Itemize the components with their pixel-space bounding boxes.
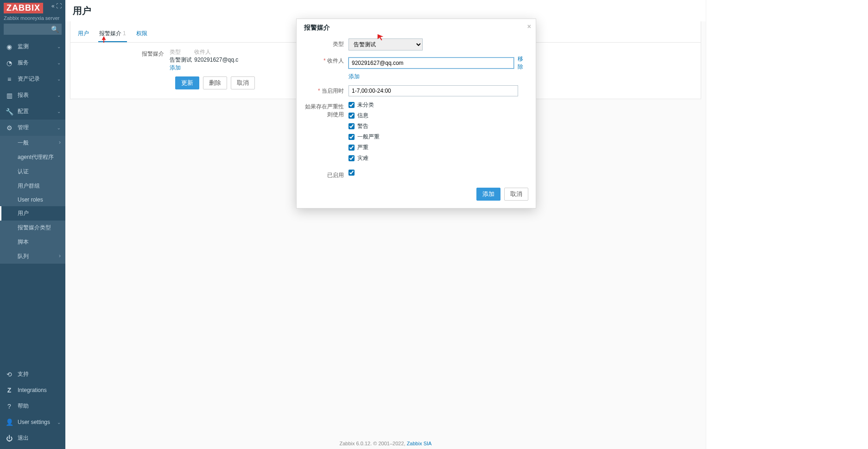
remove-recipient-link[interactable]: 移除 — [518, 55, 528, 71]
check-not-classified[interactable]: 未分类 — [348, 101, 528, 109]
footer-text: Zabbix 6.0.12. © 2001–2022, — [340, 441, 407, 446]
close-icon[interactable]: × — [527, 23, 531, 30]
nav-label: Integrations — [18, 387, 47, 393]
nav-label: 配置 — [18, 108, 29, 115]
modal-cancel-button[interactable]: 取消 — [504, 188, 528, 201]
chevron-down-icon: ⌄ — [57, 60, 61, 65]
col-recipient: 收件人 — [194, 48, 241, 56]
help-icon: ? — [5, 403, 14, 410]
checkbox[interactable] — [348, 123, 355, 129]
nav-admin[interactable]: ⚙管理⌃ — [0, 120, 65, 136]
nav-support[interactable]: ⟲支持 — [0, 366, 65, 382]
chevron-up-icon: ⌃ — [57, 125, 61, 130]
nav-user-settings[interactable]: 👤User settings⌄ — [0, 414, 65, 430]
cancel-button[interactable]: 取消 — [231, 76, 255, 89]
media-modal: 报警媒介 × 类型 告警测试 收件人 — [296, 19, 536, 209]
add-recipient-link[interactable]: 添加 — [348, 73, 360, 80]
sidebar-collapse-icons[interactable]: « ⛶ — [51, 3, 62, 9]
modal-header: 报警媒介 × — [297, 19, 536, 37]
user-icon: 👤 — [5, 418, 14, 426]
check-label: 灾难 — [357, 154, 368, 162]
nav-label: 服务 — [18, 59, 29, 67]
wrench-icon: 🔧 — [5, 108, 14, 115]
nav-config[interactable]: 🔧配置⌄ — [0, 103, 65, 120]
modal-add-button[interactable]: 添加 — [476, 188, 501, 201]
nav-integrations[interactable]: ZIntegrations — [0, 382, 65, 398]
support-icon: ⟲ — [5, 371, 14, 378]
media-row: 告警测试 920291627@qq.c — [170, 56, 241, 64]
check-warning[interactable]: 警告 — [348, 122, 528, 130]
media-recipient-value: 920291627@qq.c — [194, 57, 241, 63]
enabled-checkbox[interactable] — [348, 170, 355, 176]
sub-general[interactable]: 一般 — [0, 136, 65, 150]
nav-label: 报表 — [18, 91, 29, 99]
sub-user-groups[interactable]: 用户群组 — [0, 179, 65, 193]
integrations-icon: Z — [5, 386, 14, 394]
check-label: 一般严重 — [357, 133, 380, 141]
sub-user-roles[interactable]: User roles — [0, 193, 65, 206]
modal-title: 报警媒介 — [304, 24, 330, 31]
footer: Zabbix 6.0.12. © 2001–2022, Zabbix SIA — [65, 441, 706, 446]
nav-monitoring[interactable]: ◉监测⌄ — [0, 38, 65, 55]
check-average[interactable]: 一般严重 — [348, 133, 528, 141]
delete-button[interactable]: 删除 — [203, 76, 227, 89]
nav-label: 监测 — [18, 43, 29, 51]
chevron-down-icon: ⌄ — [57, 44, 61, 49]
label-when-active: 当启用时 — [304, 85, 348, 95]
nav-label: User settings — [18, 419, 50, 425]
col-type: 类型 — [170, 48, 193, 56]
tab-media[interactable]: 报警媒介1 — [98, 26, 127, 42]
tab-user[interactable]: 用户 — [77, 26, 90, 42]
footer-link[interactable]: Zabbix SIA — [407, 441, 432, 446]
sub-media-types[interactable]: 报警媒介类型 — [0, 221, 65, 235]
checkbox[interactable] — [348, 102, 355, 108]
when-active-input[interactable] — [348, 85, 518, 96]
sub-users[interactable]: 用户 — [0, 206, 65, 221]
sub-auth[interactable]: 认证 — [0, 164, 65, 179]
chevron-down-icon: ⌄ — [57, 420, 61, 425]
type-select[interactable]: 告警测试 — [348, 38, 423, 51]
sub-scripts[interactable]: 脚本 — [0, 235, 65, 249]
nav-services[interactable]: ◔服务⌄ — [0, 55, 65, 71]
check-label: 未分类 — [357, 101, 374, 109]
nav-logout[interactable]: ⏻退出 — [0, 430, 65, 446]
severity-checks: 未分类 信息 警告 一般严重 严重 灾难 — [348, 101, 528, 165]
search-icon[interactable]: 🔍 — [51, 25, 59, 33]
label-type: 类型 — [304, 38, 348, 48]
tab-permissions[interactable]: 权限 — [135, 26, 148, 42]
nav-label: 帮助 — [18, 402, 29, 410]
check-disaster[interactable]: 灾难 — [348, 154, 528, 162]
chevron-down-icon: ⌄ — [57, 93, 61, 98]
chart-icon: ▥ — [5, 92, 14, 99]
sidebar: ZABBIX « ⛶ Zabbix mooreyxia server 🔍 ◉监测… — [0, 0, 65, 449]
recipient-input[interactable] — [348, 57, 514, 69]
checkbox[interactable] — [348, 145, 355, 151]
right-blank — [706, 0, 868, 449]
checkbox[interactable] — [348, 134, 355, 140]
list-icon: ≡ — [5, 76, 14, 83]
nav-label: 支持 — [18, 370, 29, 378]
checkbox[interactable] — [348, 113, 355, 119]
update-button[interactable]: 更新 — [175, 76, 199, 89]
media-type-value: 告警测试 — [170, 56, 193, 64]
check-high[interactable]: 严重 — [348, 144, 528, 152]
gear-icon: ⚙ — [5, 124, 14, 132]
eye-icon: ◉ — [5, 43, 14, 51]
checkbox[interactable] — [348, 155, 355, 161]
main: 用户 用户 报警媒介1 权限 报警媒介 类型 收件人 告警测试 92029162… — [65, 0, 706, 449]
nav-help[interactable]: ?帮助 — [0, 398, 65, 414]
label-severity: 如果存在严重性则使用 — [304, 101, 348, 119]
logo[interactable]: ZABBIX — [4, 3, 43, 13]
label-recipient: 收件人 — [304, 55, 348, 65]
label-enabled: 已启用 — [304, 170, 348, 179]
nav-inventory[interactable]: ≡资产记录⌄ — [0, 71, 65, 87]
check-information[interactable]: 信息 — [348, 112, 528, 120]
main-nav: ◉监测⌄ ◔服务⌄ ≡资产记录⌄ ▥报表⌄ 🔧配置⌄ ⚙管理⌃ 一般 agent… — [0, 38, 65, 366]
sub-queue[interactable]: 队列 — [0, 249, 65, 264]
nav-reports[interactable]: ▥报表⌄ — [0, 87, 65, 103]
chevron-down-icon: ⌄ — [57, 76, 61, 82]
sub-proxies[interactable]: agent代理程序 — [0, 150, 65, 164]
clock-icon: ◔ — [5, 59, 14, 67]
add-media-link[interactable]: 添加 — [170, 64, 181, 71]
server-name: Zabbix mooreyxia server — [4, 15, 62, 21]
